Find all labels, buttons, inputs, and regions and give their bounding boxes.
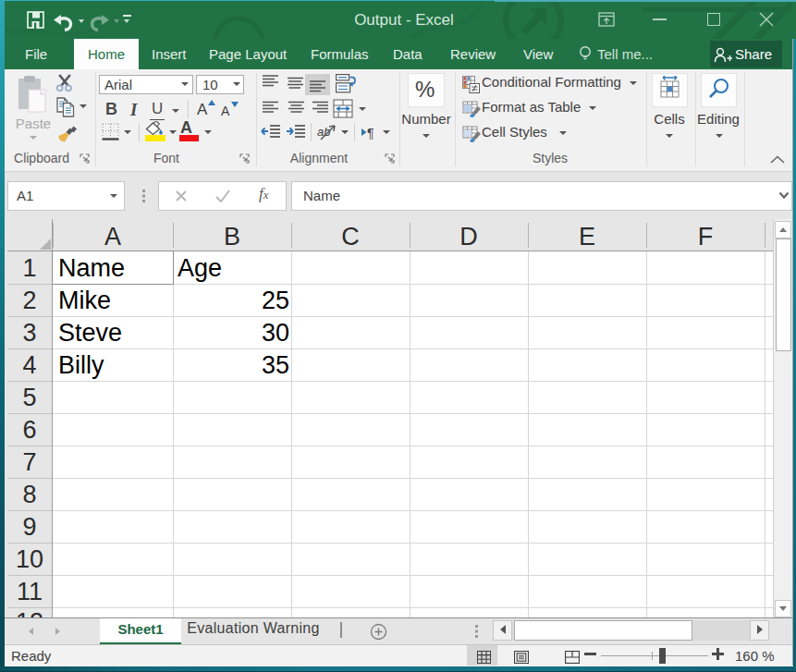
svg-text:¶: ¶ [367,126,374,141]
